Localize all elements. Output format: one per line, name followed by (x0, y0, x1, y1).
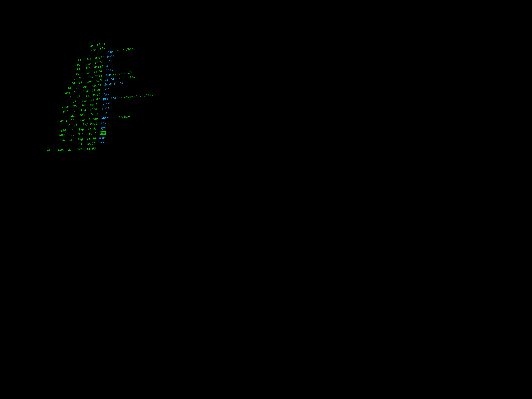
line-right: root (102, 106, 110, 111)
line-right: usr (99, 136, 105, 141)
line-right: proc (102, 101, 110, 106)
line-right: opt (103, 91, 109, 97)
line-right: tmp (99, 131, 106, 136)
line-right: srv (100, 120, 107, 126)
line-right (108, 41, 111, 45)
line-right: dev (107, 58, 113, 64)
terminal-window: Sep 15:53 Sep 2015 .. bin -> usr/bin 19.… (0, 0, 532, 399)
line-right (99, 146, 101, 151)
line-right: run (101, 111, 108, 116)
line-right: sys (100, 126, 106, 131)
line-right: .. (108, 45, 112, 50)
terminal-content: Sep 15:53 Sep 2015 .. bin -> usr/bin 19.… (13, 0, 532, 399)
line-right: etc (106, 63, 112, 68)
line-right: var (98, 140, 105, 146)
line-right: mnt (104, 87, 110, 92)
